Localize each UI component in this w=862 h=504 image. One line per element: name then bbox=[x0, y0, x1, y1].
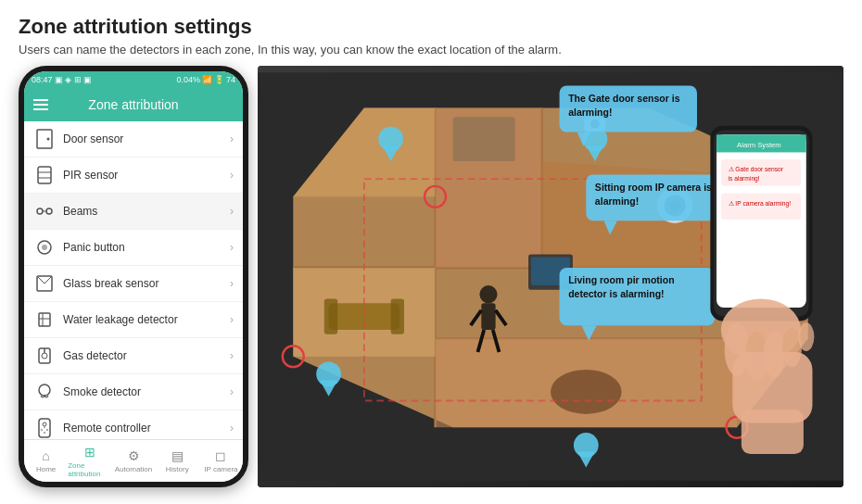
camera-nav-icon: ◻ bbox=[215, 448, 226, 463]
glass-break-label: Glass break sensor bbox=[63, 277, 230, 290]
svg-point-17 bbox=[42, 353, 47, 359]
svg-text:is alarming!: is alarming! bbox=[729, 175, 760, 183]
wifi-icon: 📶 bbox=[202, 75, 212, 84]
menu-item-smoke-detector[interactable]: Smoke detector › bbox=[24, 374, 243, 410]
panic-button-icon bbox=[33, 236, 56, 258]
svg-text:⚠ IP camera alarming!: ⚠ IP camera alarming! bbox=[729, 200, 792, 208]
menu-item-glass-break[interactable]: Glass break sensor › bbox=[24, 266, 243, 302]
svg-point-24 bbox=[44, 432, 45, 434]
gas-detector-icon bbox=[33, 345, 56, 367]
door-sensor-arrow: › bbox=[230, 132, 234, 145]
water-leakage-arrow: › bbox=[230, 313, 234, 326]
door-sensor-label: Door sensor bbox=[63, 132, 230, 145]
smoke-detector-label: Smoke detector bbox=[63, 385, 230, 398]
panic-button-label: Panic button bbox=[63, 241, 230, 254]
pir-sensor-arrow: › bbox=[230, 169, 234, 182]
svg-rect-49 bbox=[453, 117, 515, 161]
menu-item-panic-button[interactable]: Panic button › bbox=[24, 230, 243, 266]
svg-point-19 bbox=[39, 384, 50, 396]
status-time: 08:47 bbox=[32, 75, 53, 84]
hamburger-line3 bbox=[33, 108, 48, 110]
menu-list: Door sensor › PIR sensor › bbox=[24, 121, 243, 439]
pir-sensor-icon bbox=[33, 164, 56, 186]
menu-item-door-sensor[interactable]: Door sensor › bbox=[24, 121, 243, 158]
svg-text:Alarm System: Alarm System bbox=[737, 141, 781, 149]
nav-home[interactable]: ⌂ Home bbox=[24, 440, 68, 482]
svg-point-21 bbox=[43, 422, 46, 426]
door-sensor-icon bbox=[33, 128, 56, 150]
gas-detector-arrow: › bbox=[230, 349, 234, 362]
nav-automation-label: Automation bbox=[115, 465, 152, 473]
remote-controller-arrow: › bbox=[230, 422, 234, 435]
svg-rect-53 bbox=[481, 303, 495, 330]
menu-item-gas-detector[interactable]: Gas detector › bbox=[24, 338, 243, 374]
nav-automation[interactable]: ⚙ Automation bbox=[111, 440, 155, 482]
gas-detector-label: Gas detector bbox=[63, 349, 230, 362]
svg-point-25 bbox=[44, 426, 45, 428]
svg-line-11 bbox=[37, 276, 44, 284]
house-illustration: The Gate door sensor is alarming! Sittin… bbox=[258, 66, 843, 487]
remote-controller-label: Remote controller bbox=[63, 422, 230, 435]
svg-point-52 bbox=[479, 285, 497, 303]
svg-point-5 bbox=[37, 208, 43, 214]
svg-point-6 bbox=[46, 208, 52, 214]
menu-item-pir-sensor[interactable]: PIR sensor › bbox=[24, 158, 243, 194]
svg-rect-47 bbox=[391, 298, 404, 334]
battery-level: 74 bbox=[226, 75, 235, 84]
svg-rect-46 bbox=[324, 298, 337, 334]
status-bar: 08:47 ▣ ◈ ⊞ ▣ 0.04% 📶 🔋 74 bbox=[24, 71, 243, 88]
nav-zone-attribution[interactable]: ⊞ Zone attribution bbox=[68, 440, 111, 482]
svg-point-9 bbox=[42, 245, 47, 250]
remote-controller-icon bbox=[33, 417, 56, 439]
svg-text:The Gate door sensor is: The Gate door sensor is bbox=[568, 93, 680, 104]
menu-item-remote-controller[interactable]: Remote controller › bbox=[24, 410, 243, 439]
app-title: Zone attribution bbox=[88, 97, 178, 112]
nav-ip-camera[interactable]: ◻ IP camera bbox=[199, 440, 243, 482]
panic-button-arrow: › bbox=[230, 241, 234, 254]
glass-break-arrow: › bbox=[230, 277, 234, 290]
status-icons: ▣ ◈ ⊞ ▣ bbox=[55, 75, 93, 84]
nav-camera-label: IP camera bbox=[204, 465, 237, 473]
nav-history[interactable]: ▤ History bbox=[156, 440, 199, 482]
beams-label: Beams bbox=[63, 205, 230, 218]
content-area: 08:47 ▣ ◈ ⊞ ▣ 0.04% 📶 🔋 74 bbox=[19, 66, 843, 492]
status-right: 0.04% 📶 🔋 74 bbox=[176, 75, 235, 84]
svg-rect-0 bbox=[37, 130, 52, 148]
water-leakage-icon bbox=[33, 309, 56, 331]
phone-mockup: 08:47 ▣ ◈ ⊞ ▣ 0.04% 📶 🔋 74 bbox=[19, 66, 248, 487]
svg-rect-2 bbox=[38, 167, 51, 183]
smoke-detector-arrow: › bbox=[230, 385, 234, 398]
beams-icon bbox=[33, 200, 56, 222]
hamburger-button[interactable] bbox=[33, 99, 48, 110]
image-area: The Gate door sensor is alarming! Sittin… bbox=[258, 66, 843, 487]
svg-rect-13 bbox=[39, 313, 50, 326]
automation-nav-icon: ⚙ bbox=[128, 448, 140, 463]
svg-text:Sitting room IP camera is: Sitting room IP camera is bbox=[595, 182, 712, 193]
svg-text:alarming!: alarming! bbox=[568, 107, 612, 118]
nav-history-label: History bbox=[166, 465, 189, 473]
page-title: Zone attritution settings bbox=[19, 15, 843, 39]
beams-arrow: › bbox=[230, 205, 234, 218]
water-leakage-label: Water leakage detector bbox=[63, 313, 230, 326]
bottom-nav: ⌂ Home ⊞ Zone attribution ⚙ Automation ▤… bbox=[24, 439, 243, 482]
nav-zone-label: Zone attribution bbox=[68, 461, 111, 478]
svg-point-48 bbox=[551, 370, 622, 414]
glass-break-icon bbox=[33, 272, 56, 295]
menu-item-water-leakage[interactable]: Water leakage detector › bbox=[24, 302, 243, 338]
svg-point-107 bbox=[798, 322, 814, 351]
hamburger-line2 bbox=[33, 104, 48, 106]
svg-point-22 bbox=[41, 429, 43, 431]
hamburger-line1 bbox=[33, 99, 48, 101]
status-percent: 0.04% bbox=[176, 75, 200, 84]
menu-item-beams[interactable]: Beams › bbox=[24, 194, 243, 230]
battery-icon: 🔋 bbox=[214, 75, 224, 84]
phone-screen: 08:47 ▣ ◈ ⊞ ▣ 0.04% 📶 🔋 74 bbox=[24, 71, 243, 482]
status-left: 08:47 ▣ ◈ ⊞ ▣ bbox=[32, 75, 92, 84]
home-nav-icon: ⌂ bbox=[42, 448, 49, 463]
pir-sensor-label: PIR sensor bbox=[63, 169, 230, 182]
svg-text:Living room pir motion: Living room pir motion bbox=[568, 274, 675, 285]
svg-text:detector is alarming!: detector is alarming! bbox=[568, 288, 664, 299]
zone-nav-icon: ⊞ bbox=[84, 445, 95, 460]
svg-text:⚠ Gate door sensor: ⚠ Gate door sensor bbox=[729, 167, 784, 173]
history-nav-icon: ▤ bbox=[171, 448, 184, 463]
